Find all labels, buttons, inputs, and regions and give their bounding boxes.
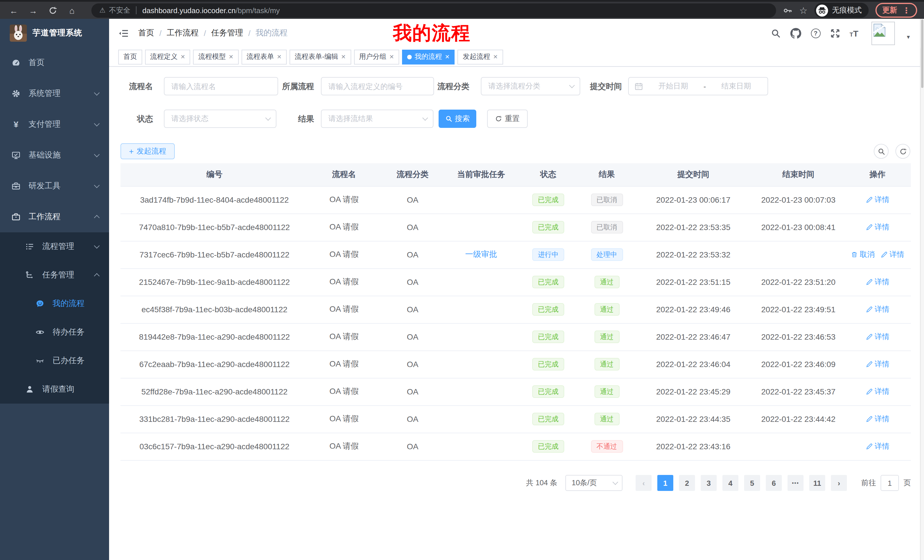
detail-link[interactable]: 详情 (866, 277, 890, 287)
security-label[interactable]: 不安全 (109, 5, 130, 15)
pager-ellipsis[interactable]: ••• (788, 475, 804, 491)
breadcrumb-workflow[interactable]: 工作流程 (167, 28, 199, 38)
page-button-1[interactable]: 1 (657, 475, 673, 491)
forward-icon[interactable]: → (26, 3, 40, 17)
chevron-down-icon (569, 82, 575, 88)
cell-id: 52ffd28e-7b9a-11ec-a290-acde48001122 (120, 378, 308, 405)
font-size-icon[interactable]: TT (850, 28, 859, 38)
sidebar-item-my-process[interactable]: 我的流程 (0, 289, 109, 318)
avatar-caret-icon[interactable]: ▼ (906, 34, 911, 40)
tab-start-process[interactable]: 发起流程✕ (458, 49, 503, 64)
cell-end-time: 2022-01-23 00:07:03 (753, 186, 844, 214)
cell-submit-time: 2022-01-22 23:46:47 (634, 323, 753, 350)
sidebar-item-label: 系统管理 (28, 88, 60, 99)
close-icon[interactable]: ✕ (229, 54, 234, 60)
sidebar-fold-icon[interactable] (118, 28, 129, 38)
url-bar[interactable]: ⚠ 不安全 dashboard.yudao.iocoder.cn/bpm/tas… (92, 3, 776, 17)
update-button[interactable]: 更新 ⋮ (876, 3, 917, 18)
start-date-placeholder[interactable]: 开始日期 (648, 81, 699, 91)
list-icon (25, 242, 34, 251)
detail-link[interactable]: 详情 (866, 195, 890, 205)
detail-link[interactable]: 详情 (866, 441, 890, 452)
active-dot (407, 54, 412, 59)
tab-user-group[interactable]: 用户分组✕ (354, 49, 399, 64)
sidebar-item-payment[interactable]: ¥ 支付管理 (0, 109, 109, 140)
tab-process-form-edit[interactable]: 流程表单-编辑✕ (290, 49, 351, 64)
sidebar-item-task-mgmt[interactable]: 任务管理 (0, 261, 109, 289)
prev-page-button[interactable]: ‹ (636, 475, 652, 491)
avatar[interactable] (872, 21, 895, 45)
reload-icon[interactable] (46, 3, 59, 17)
category-select[interactable]: 请选择流程分类 (481, 77, 580, 95)
search-icon[interactable] (771, 28, 781, 38)
tab-process-form[interactable]: 流程表单✕ (242, 49, 287, 64)
create-process-button[interactable]: + 发起流程 (120, 143, 175, 159)
detail-link[interactable]: 详情 (866, 332, 890, 342)
close-icon[interactable]: ✕ (180, 54, 185, 60)
cell-end-time: 2022-01-22 23:46:09 (753, 350, 844, 378)
search-button[interactable]: 搜索 (439, 109, 476, 128)
submit-time-range-picker[interactable]: 开始日期 - 结束日期 (628, 77, 768, 95)
page-size-select[interactable]: 10条/页 (566, 475, 622, 491)
detail-link[interactable]: 详情 (866, 386, 890, 397)
detail-link[interactable]: 详情 (866, 359, 890, 369)
status-badge: 已完成 (532, 413, 564, 425)
next-page-button[interactable]: › (831, 475, 847, 491)
sidebar-item-infrastructure[interactable]: 基础设施 (0, 140, 109, 171)
page-button-4[interactable]: 4 (722, 475, 738, 491)
page-button-11[interactable]: 11 (809, 475, 825, 491)
tab-home[interactable]: 首页 (118, 49, 142, 64)
detail-link[interactable]: 详情 (866, 304, 890, 314)
back-icon[interactable]: ← (7, 3, 21, 17)
process-name-input[interactable] (164, 77, 278, 95)
status-badge: 已完成 (532, 193, 564, 206)
sidebar-item-devtools[interactable]: 研发工具 (0, 171, 109, 202)
page-button-3[interactable]: 3 (701, 475, 717, 491)
page-button-6[interactable]: 6 (766, 475, 782, 491)
close-icon[interactable]: ✕ (277, 54, 282, 60)
home-icon[interactable]: ⌂ (65, 3, 79, 17)
more-menu-icon[interactable]: ⋮ (902, 6, 910, 15)
sidebar-item-leave-query[interactable]: 请假查询 (0, 375, 109, 404)
sidebar-item-process-mgmt[interactable]: 流程管理 (0, 232, 109, 261)
sidebar-item-done-tasks[interactable]: 已办任务 (0, 346, 109, 375)
table-search-toggle-button[interactable] (874, 144, 889, 159)
detail-link[interactable]: 详情 (866, 414, 890, 424)
reset-button[interactable]: 重置 (487, 109, 528, 128)
detail-link[interactable]: 详情 (880, 250, 904, 260)
tab-my-process[interactable]: 我的流程✕ (402, 49, 455, 64)
breadcrumb-task-mgmt[interactable]: 任务管理 (211, 28, 243, 38)
bookmark-star-icon[interactable]: ☆ (799, 5, 807, 16)
page-button-5[interactable]: 5 (744, 475, 760, 491)
tab-process-definition[interactable]: 流程定义✕ (145, 49, 190, 64)
fullscreen-icon[interactable] (830, 28, 840, 38)
cancel-link[interactable]: 取消 (850, 250, 874, 260)
status-select[interactable]: 请选择状态 (164, 109, 276, 128)
close-icon[interactable]: ✕ (341, 54, 346, 60)
close-icon[interactable]: ✕ (493, 54, 498, 60)
result-badge: 已取消 (591, 193, 623, 206)
help-icon[interactable]: ? (811, 28, 820, 38)
scrollbar-thumb[interactable] (921, 19, 923, 88)
sidebar-item-todo-tasks[interactable]: 待办任务 (0, 318, 109, 346)
detail-link[interactable]: 详情 (866, 222, 890, 232)
tab-process-model[interactable]: 流程模型✕ (193, 49, 239, 64)
page-scrollbar[interactable] (920, 19, 924, 560)
goto-page-input[interactable] (880, 475, 899, 491)
sidebar-item-system[interactable]: 系统管理 (0, 78, 109, 109)
process-definition-input[interactable] (321, 77, 434, 95)
breadcrumb-home[interactable]: 首页 (138, 28, 154, 38)
table-refresh-button[interactable] (896, 144, 910, 159)
close-icon[interactable]: ✕ (445, 54, 450, 60)
chevron-down-icon (612, 479, 618, 485)
github-icon[interactable] (790, 28, 801, 39)
key-icon[interactable] (783, 5, 792, 15)
app-logo-row[interactable]: 芋道管理系统 (0, 19, 109, 47)
result-select[interactable]: 请选择流结果 (321, 109, 434, 128)
page-button-2[interactable]: 2 (679, 475, 695, 491)
end-date-placeholder[interactable]: 结束日期 (710, 81, 762, 91)
current-task-link[interactable]: 一级审批 (465, 250, 497, 259)
sidebar-item-home[interactable]: 首页 (0, 47, 109, 78)
sidebar-item-workflow[interactable]: 工作流程 (0, 202, 109, 232)
close-icon[interactable]: ✕ (389, 54, 394, 60)
